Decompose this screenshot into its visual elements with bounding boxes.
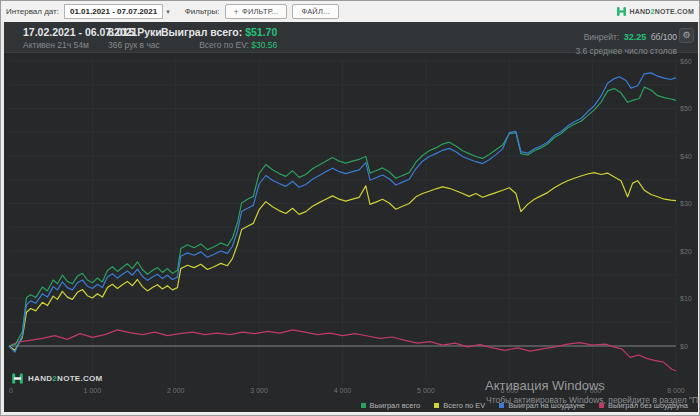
y-tick-label: $10 bbox=[680, 295, 692, 302]
hand2note-icon bbox=[11, 372, 24, 385]
stats-bar: 17.02.2021 - 06.07.2021 Активен 21ч 54м … bbox=[4, 22, 698, 53]
won-total: Выиграл всего: $51.70 bbox=[161, 26, 277, 38]
y-tick-label: $30 bbox=[680, 200, 692, 207]
x-tick-label: 5 000 bbox=[417, 387, 435, 394]
settings-button[interactable]: ⚙ bbox=[679, 28, 694, 43]
y-tick-label: $0 bbox=[680, 343, 688, 350]
toolbar: Интервал дат: 01.01.2021 - 07.07.2021 ▾ … bbox=[1, 1, 699, 22]
x-tick-label: 0 bbox=[9, 387, 13, 394]
watermark-text: HAND2NOTE.COM bbox=[28, 374, 103, 383]
legend-item[interactable]: Всего по EV bbox=[434, 401, 485, 410]
windows-activation-title: Активация Windows bbox=[485, 378, 605, 393]
chart-legend: Выиграл всегоВсего по EVВыиграл на шоуда… bbox=[361, 401, 688, 410]
y-tick-label: $60 bbox=[680, 58, 692, 65]
ev-total: Всего по EV: $30.56 bbox=[161, 40, 277, 50]
legend-swatch-icon bbox=[361, 403, 366, 408]
gear-icon: ⚙ bbox=[682, 30, 690, 40]
legend-swatch-icon bbox=[499, 403, 504, 408]
date-range-label: Интервал дат: bbox=[6, 7, 59, 16]
brand-logo: HAND2NOTE.COM bbox=[616, 6, 694, 17]
x-tick-label: 2 000 bbox=[167, 387, 185, 394]
date-range-input[interactable]: 01.01.2021 - 07.07.2021 bbox=[64, 4, 163, 19]
legend-item[interactable]: Выиграл без шоудауна bbox=[599, 401, 688, 410]
chevron-down-icon[interactable]: ▾ bbox=[166, 8, 170, 16]
filter-button[interactable]: + ФИЛЬТР... bbox=[225, 4, 288, 19]
stat-winrate: Винрейт: 32.25 бб/100 3.6 среднее число … bbox=[575, 26, 677, 56]
hands-per-hour: 366 рук в час bbox=[108, 40, 162, 50]
x-tick-label: 3 000 bbox=[250, 387, 268, 394]
filters-label: Фильтры: bbox=[185, 7, 220, 16]
legend-item[interactable]: Выиграл на шоудауне bbox=[499, 401, 585, 410]
legend-label: Выиграл без шоудауна bbox=[608, 401, 688, 410]
app-window: Интервал дат: 01.01.2021 - 07.07.2021 ▾ … bbox=[0, 0, 700, 416]
date-range-value: 01.01.2021 - 07.07.2021 bbox=[70, 7, 157, 16]
legend-swatch-icon bbox=[434, 403, 439, 408]
winrate-line: Винрейт: 32.25 бб/100 bbox=[575, 26, 677, 44]
hand2note-icon bbox=[616, 6, 627, 17]
y-tick-label: $50 bbox=[680, 105, 692, 112]
y-tick-label: $20 bbox=[680, 248, 692, 255]
legend-label: Выиграл всего bbox=[370, 401, 421, 410]
filter-button-label: ФИЛЬТР... bbox=[242, 7, 278, 16]
hands-count: 8 015 Руки bbox=[108, 26, 162, 38]
winnings-chart[interactable]: $0$10$20$30$40$50$6001 0002 0003 0004 00… bbox=[4, 53, 698, 412]
y-tick-label: $40 bbox=[680, 153, 692, 160]
legend-swatch-icon bbox=[599, 403, 604, 408]
x-tick-label: 8 000 bbox=[667, 387, 685, 394]
x-tick-label: 1 000 bbox=[84, 387, 102, 394]
plus-icon: + bbox=[234, 7, 239, 17]
legend-label: Всего по EV bbox=[443, 401, 485, 410]
watermark-logo: HAND2NOTE.COM bbox=[11, 372, 103, 385]
legend-item[interactable]: Выиграл всего bbox=[361, 401, 421, 410]
graph-panel: 17.02.2021 - 06.07.2021 Активен 21ч 54м … bbox=[4, 22, 698, 412]
file-button[interactable]: ФАЙЛ... bbox=[292, 4, 339, 19]
legend-label: Выиграл на шоудауне bbox=[508, 401, 585, 410]
stat-winnings: Выиграл всего: $51.70 Всего по EV: $30.5… bbox=[161, 26, 277, 50]
stat-hands: 8 015 Руки 366 рук в час bbox=[108, 26, 162, 50]
file-button-label: ФАЙЛ... bbox=[301, 7, 330, 16]
brand-text: HAND2NOTE.COM bbox=[630, 8, 694, 15]
x-tick-label: 4 000 bbox=[334, 387, 352, 394]
